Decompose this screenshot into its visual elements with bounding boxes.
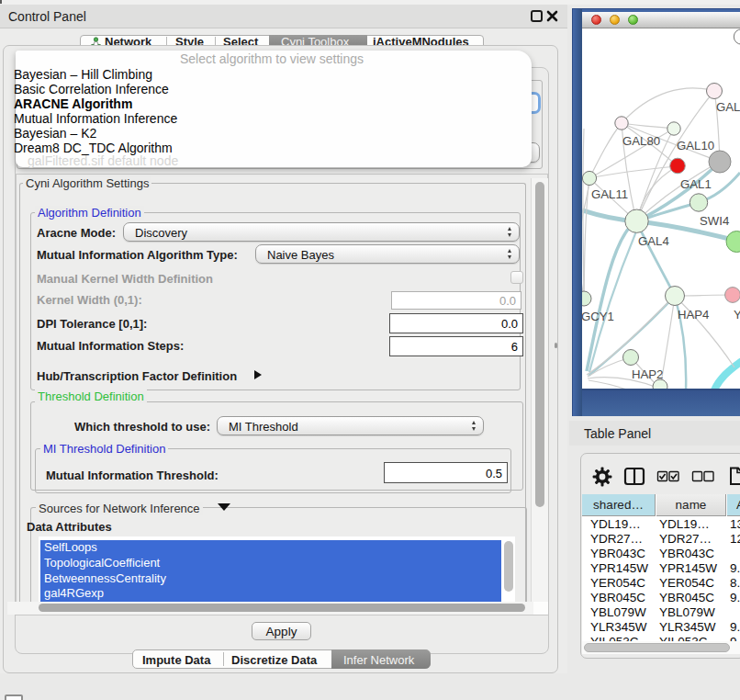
svg-text:Y: Y: [734, 308, 740, 322]
svg-text:GAL1: GAL1: [680, 177, 712, 191]
svg-text:SWI4: SWI4: [700, 214, 729, 228]
svg-text:GAL11: GAL11: [591, 187, 628, 201]
svg-text:HAP2: HAP2: [632, 367, 663, 381]
svg-text:HAP4: HAP4: [678, 308, 709, 322]
svg-text:GAL4: GAL4: [638, 234, 669, 248]
svg-text:GAL80: GAL80: [622, 134, 660, 148]
svg-text:GAL: GAL: [716, 100, 740, 114]
svg-text:GCY1: GCY1: [582, 310, 614, 323]
svg-text:GAL10: GAL10: [677, 139, 714, 152]
